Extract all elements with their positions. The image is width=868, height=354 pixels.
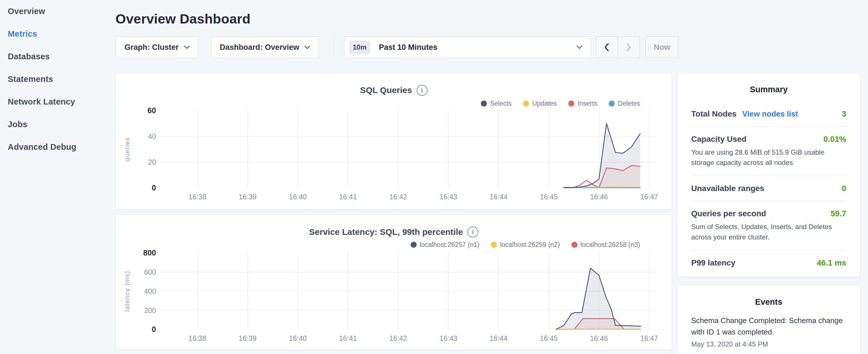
summary-row-total-nodes: Total NodesView nodes list3	[691, 102, 846, 127]
chevron-down-icon	[304, 45, 310, 49]
x-axis-tick-label: 16:38	[189, 334, 206, 342]
y-axis-unit-label: queries	[123, 137, 131, 162]
summary-row-label: Queries per second	[691, 209, 766, 218]
x-axis-tick-label: 16:44	[490, 334, 507, 342]
legend-item-updates: Updates	[523, 100, 557, 107]
x-axis-tick-label: 16:45	[540, 193, 558, 201]
x-axis-tick-label: 16:46	[590, 193, 608, 201]
y-axis-tick-label: 0	[152, 184, 156, 192]
y-axis-tick-label: 600	[144, 268, 156, 276]
legend-dot-icon	[609, 100, 615, 106]
legend-item-inserts: Inserts	[568, 100, 597, 107]
legend-item-deletes: Deletes	[609, 100, 640, 107]
summary-row-label: P99 latency	[691, 258, 735, 267]
time-range-badge: 10m	[349, 41, 370, 54]
legend-item-selects: Selects	[481, 100, 512, 107]
legend-label: Selects	[490, 100, 512, 107]
summary-row-queries-per-second: Queries per second59.7Sum of Selects, Up…	[691, 201, 846, 251]
summary-row-label: Total Nodes	[691, 109, 737, 119]
y-axis-unit-label: latency (ms)	[123, 271, 131, 312]
legend-label: Updates	[532, 100, 557, 107]
legend-item-localhost-26258-n3: localhost:26258 (n3)	[571, 241, 640, 249]
y-axis-tick-label: 40	[148, 132, 156, 140]
sidebar-item-network-latency[interactable]: Network Latency	[0, 91, 115, 113]
events-list: Schema Change Completed: Schema change w…	[677, 315, 860, 348]
legend-item-localhost-26257-n1: localhost:26257 (n1)	[411, 241, 479, 249]
x-axis-tick-label: 16:40	[289, 193, 307, 201]
y-axis-tick-label: 800	[143, 249, 156, 257]
sidebar-item-statements[interactable]: Statements	[0, 68, 115, 91]
chevron-right-icon	[626, 43, 631, 52]
sidebar-item-jobs[interactable]: Jobs	[0, 113, 115, 136]
dashboard-dropdown-label: Dashboard: Overview	[220, 43, 300, 52]
summary-row-value: 0	[842, 184, 846, 193]
legend-label: Deletes	[618, 100, 640, 107]
summary-row-value: 0.01%	[824, 135, 846, 144]
divider	[334, 36, 334, 58]
y-axis-tick-label: 0	[152, 325, 156, 334]
x-axis-tick-label: 16:42	[389, 193, 407, 201]
sql-queries-chart-card: 020406016:3816:3916:4016:4116:4216:4316:…	[116, 73, 672, 210]
x-axis-tick-label: 16:46	[590, 334, 608, 342]
chart-title: Service Latency: SQL, 99th percentile	[309, 227, 463, 237]
summary-row-description: Sum of Selects, Updates, Inserts, and De…	[691, 222, 843, 242]
x-axis-tick-label: 16:38	[189, 193, 206, 201]
page-title: Overview Dashboard	[116, 11, 250, 27]
summary-rows: Total NodesView nodes list3Capacity Used…	[677, 102, 860, 275]
legend-dot-icon	[571, 242, 578, 248]
next-time-button[interactable]	[618, 37, 640, 58]
summary-title: Summary	[677, 85, 860, 94]
legend-dot-icon	[481, 100, 487, 106]
chart-legend: SelectsUpdatesInsertsDeletes	[481, 100, 640, 107]
info-icon[interactable]: i	[467, 227, 478, 237]
graph-dropdown[interactable]: Graph: Cluster	[116, 36, 198, 58]
chart-legend: localhost:26257 (n1)localhost:26259 (n2)…	[411, 241, 640, 249]
legend-dot-icon	[523, 100, 529, 106]
x-axis-tick-label: 16:44	[490, 193, 507, 201]
time-range-picker[interactable]: 10m Past 10 Minutes	[344, 36, 591, 58]
service-latency-chart-card: 020040060080016:3816:3916:4016:4116:4216…	[116, 215, 672, 350]
legend-label: localhost:26257 (n1)	[420, 241, 479, 249]
legend-item-localhost-26259-n2: localhost:26259 (n2)	[491, 241, 560, 249]
y-axis-tick-label: 60	[148, 106, 156, 115]
event-timestamp: May 13, 2020 at 4:45 PM	[691, 340, 846, 348]
sidebar-item-metrics[interactable]: Metrics	[0, 23, 115, 45]
summary-row-value: 46.1 ms	[817, 258, 846, 267]
legend-dot-icon	[568, 100, 574, 106]
events-panel: Events Schema Change Completed: Schema c…	[677, 286, 860, 354]
x-axis-tick-label: 16:41	[339, 193, 357, 201]
toolbar: Graph: Cluster Dashboard: Overview 10m P…	[116, 36, 679, 58]
x-axis-tick-label: 16:40	[289, 334, 307, 342]
sidebar-nav: OverviewMetricsDatabasesStatementsNetwor…	[0, 0, 115, 354]
event-list-item[interactable]: Schema Change Completed: Schema change w…	[691, 315, 846, 348]
summary-row-value: 59.7	[831, 209, 846, 218]
info-icon[interactable]: i	[417, 85, 428, 96]
summary-row-unavailable-ranges: Unavailable ranges0	[691, 176, 846, 201]
x-axis-tick-label: 16:39	[239, 193, 256, 201]
event-text: Schema Change Completed: Schema change w…	[691, 315, 843, 338]
legend-dot-icon	[491, 242, 497, 248]
chart-title: SQL Queries	[360, 85, 412, 95]
events-title: Events	[677, 297, 860, 307]
y-axis-tick-label: 200	[144, 307, 156, 315]
summary-row-label: Unavailable ranges	[691, 184, 764, 193]
sidebar-item-databases[interactable]: Databases	[0, 45, 115, 68]
time-range-label: Past 10 Minutes	[379, 43, 437, 52]
summary-row-capacity-used: Capacity Used0.01%You are using 28.6 MiB…	[691, 127, 846, 176]
view-nodes-link[interactable]: View nodes list	[742, 110, 798, 119]
x-axis-tick-label: 16:39	[239, 334, 256, 342]
x-axis-tick-label: 16:43	[440, 334, 457, 342]
previous-time-button[interactable]	[596, 37, 618, 58]
summary-row-description: You are using 28.6 MiB of 515.9 GiB usab…	[691, 147, 843, 168]
x-axis-tick-label: 16:45	[540, 334, 558, 342]
x-axis-tick-label: 16:47	[640, 193, 658, 201]
chevron-down-icon	[184, 45, 190, 49]
sidebar-item-overview[interactable]: Overview	[0, 0, 115, 23]
dashboard-dropdown[interactable]: Dashboard: Overview	[211, 36, 319, 58]
summary-panel: Summary Total NodesView nodes list3Capac…	[677, 73, 860, 277]
x-axis-tick-label: 16:47	[640, 334, 658, 342]
now-button[interactable]: Now	[645, 36, 679, 58]
sidebar-item-advanced-debug[interactable]: Advanced Debug	[0, 136, 115, 158]
x-axis-tick-label: 16:42	[389, 334, 407, 342]
summary-row-p99-latency: P99 latency46.1 ms	[691, 251, 846, 275]
